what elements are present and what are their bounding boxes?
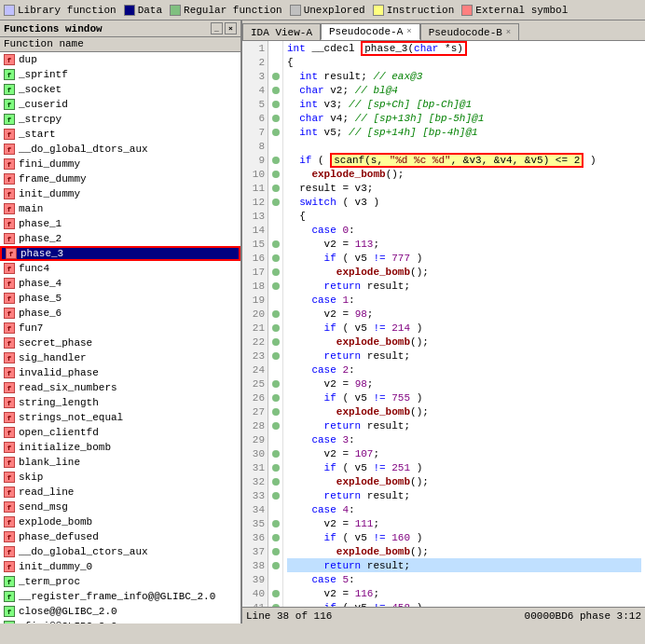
- code-line: return result;: [287, 349, 641, 363]
- close-button[interactable]: ×: [225, 22, 237, 34]
- list-item[interactable]: f _start: [0, 127, 240, 142]
- list-item[interactable]: f _strcpy: [0, 112, 240, 127]
- function-icon: f: [4, 54, 15, 65]
- list-item[interactable]: f string_length: [0, 395, 240, 410]
- status-left: Line 38 of 116: [246, 610, 525, 622]
- function-icon: f: [6, 248, 17, 259]
- top-toolbar: Library function Data Regular function U…: [0, 0, 645, 21]
- function-icon: f: [4, 218, 15, 229]
- function-icon: f: [4, 546, 15, 557]
- code-line: v2 = 107;: [287, 446, 641, 460]
- function-icon: f: [4, 352, 15, 363]
- code-line: return result;: [287, 488, 641, 502]
- list-item[interactable]: f __do_global_ctors_aux: [0, 544, 240, 559]
- code-line: case 3:: [287, 432, 641, 446]
- list-item[interactable]: f read_six_numbers: [0, 380, 240, 395]
- function-icon: f: [4, 561, 15, 572]
- list-item[interactable]: f secret_phase: [0, 336, 240, 350]
- tab-close-pseudocode-a[interactable]: ×: [406, 27, 411, 36]
- function-icon: f: [4, 99, 15, 110]
- code-line: case 0:: [287, 223, 641, 237]
- list-item[interactable]: f dup: [0, 52, 240, 67]
- list-item[interactable]: f func4: [0, 261, 240, 276]
- tab-pseudocode-b[interactable]: Pseudocode-B ×: [420, 23, 520, 40]
- list-item[interactable]: f frame_dummy: [0, 171, 240, 186]
- list-item[interactable]: f init_dummy: [0, 186, 240, 201]
- minimize-button[interactable]: _: [211, 22, 223, 34]
- code-line: explode_bomb();: [287, 544, 641, 558]
- main-layout: Functions window _ × Function name f dup…: [0, 21, 645, 623]
- function-icon: f: [4, 173, 15, 185]
- code-line: [287, 139, 641, 153]
- toolbar-data: Data: [124, 5, 162, 16]
- toolbar-instruction: Instruction: [373, 5, 455, 16]
- list-item[interactable]: f close@@GLIBC_2.0: [0, 604, 240, 619]
- tab-pseudocode-a[interactable]: Pseudocode-A ×: [321, 23, 420, 40]
- function-icon: f: [4, 382, 15, 393]
- function-icon: f: [4, 84, 15, 95]
- code-line: int result; // eax@3: [287, 69, 641, 83]
- list-item[interactable]: f _cuserid: [0, 97, 240, 112]
- list-item[interactable]: f phase_2: [0, 231, 240, 246]
- list-item[interactable]: f open_clientfd: [0, 425, 240, 440]
- code-line: v2 = 98;: [287, 377, 641, 391]
- list-item[interactable]: f __do_global_dtors_aux: [0, 142, 240, 157]
- list-item[interactable]: f _sprintf: [0, 67, 240, 82]
- function-icon: f: [4, 144, 15, 155]
- functions-header-buttons: _ ×: [211, 22, 237, 34]
- function-icon: f: [4, 486, 15, 498]
- code-line: {: [287, 55, 641, 69]
- code-panel: IDA View-A Pseudocode-A × Pseudocode-B ×…: [242, 21, 645, 623]
- list-item[interactable]: f skip: [0, 470, 240, 485]
- list-item[interactable]: f invalid_phase: [0, 365, 240, 380]
- code-line: result = v3;: [287, 181, 641, 195]
- list-item[interactable]: f _term_proc: [0, 574, 240, 589]
- status-bar: Line 38 of 116 00000BD6 phase 3:12: [242, 607, 645, 623]
- list-item[interactable]: f blank_line: [0, 455, 240, 470]
- list-item-phase3[interactable]: f phase_3: [0, 246, 240, 261]
- list-item[interactable]: f fini_dummy: [0, 157, 240, 171]
- list-item[interactable]: f phase_defused: [0, 529, 240, 544]
- list-item[interactable]: f phase_6: [0, 306, 240, 321]
- function-icon: f: [4, 114, 15, 125]
- column-header: Function name: [0, 37, 240, 52]
- list-item[interactable]: f fun7: [0, 321, 240, 336]
- list-item[interactable]: f main: [0, 201, 240, 216]
- list-item[interactable]: f _fini@@GLIBC_2.0: [0, 619, 240, 623]
- code-line: v2 = 98;: [287, 307, 641, 321]
- list-item[interactable]: f explode_bomb: [0, 514, 240, 529]
- code-line: if ( v5 != 755 ): [287, 391, 641, 404]
- tab-close-pseudocode-b[interactable]: ×: [506, 28, 511, 37]
- list-item[interactable]: f strings_not_equal: [0, 410, 240, 425]
- function-icon: f: [4, 591, 15, 602]
- list-item[interactable]: f initialize_bomb: [0, 440, 240, 455]
- func-signature-highlight: phase_3(char *s): [361, 41, 467, 56]
- list-item[interactable]: f phase_5: [0, 291, 240, 306]
- list-item[interactable]: f sig_handler: [0, 350, 240, 365]
- functions-panel: Functions window _ × Function name f dup…: [0, 21, 242, 623]
- code-line: if ( v5 != 251 ): [287, 460, 641, 474]
- function-icon: f: [4, 516, 15, 528]
- function-icon: f: [4, 606, 15, 617]
- list-item[interactable]: f phase_4: [0, 276, 240, 291]
- functions-title: Functions window: [4, 23, 103, 34]
- functions-list[interactable]: f dup f _sprintf f _socket f _cuserid f …: [0, 52, 240, 623]
- scanf-highlight: scanf(s, "%d %c %d", &v3, &v4, &v5) <= 2: [330, 153, 583, 168]
- tab-ida-view[interactable]: IDA View-A: [242, 23, 321, 40]
- list-item[interactable]: f __register_frame_info@@GLIBC_2.0: [0, 589, 240, 604]
- list-item[interactable]: f init_dummy_0: [0, 559, 240, 574]
- function-icon: f: [4, 203, 15, 214]
- code-content[interactable]: int __cdecl phase_3(char *s) { int resul…: [283, 41, 645, 607]
- list-item[interactable]: f send_msg: [0, 500, 240, 514]
- list-item[interactable]: f read_line: [0, 485, 240, 500]
- code-line: int v5; // [sp+14h] [bp-4h]@1: [287, 125, 641, 139]
- code-line: return result;: [287, 279, 641, 293]
- function-icon: f: [4, 472, 15, 483]
- list-item[interactable]: f _socket: [0, 82, 240, 97]
- toolbar-regular-function: Regular function: [170, 5, 282, 16]
- function-icon: f: [4, 576, 15, 587]
- code-line: if ( v5 != 458 ): [287, 600, 641, 607]
- code-line: case 1:: [287, 293, 641, 307]
- code-line: {: [287, 209, 641, 223]
- list-item[interactable]: f phase_1: [0, 216, 240, 231]
